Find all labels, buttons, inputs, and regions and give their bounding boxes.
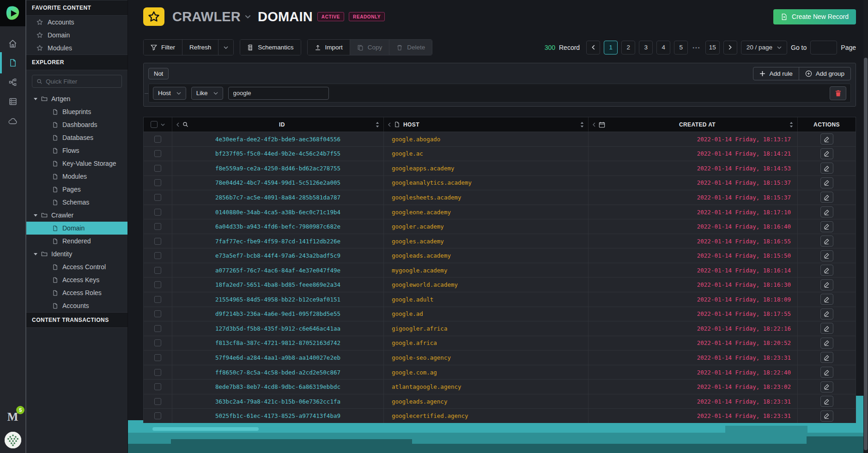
sort-icon[interactable] bbox=[376, 122, 379, 127]
rail-content-button[interactable] bbox=[0, 53, 25, 72]
chevron-left-icon[interactable] bbox=[388, 122, 391, 127]
favorite-toggle-button[interactable] bbox=[143, 7, 164, 26]
edit-record-button[interactable] bbox=[820, 338, 833, 349]
quick-filter[interactable] bbox=[32, 75, 122, 88]
edit-record-button[interactable] bbox=[820, 323, 833, 334]
tree-folder-crawler[interactable]: Crawler bbox=[26, 209, 127, 222]
goto-page-input[interactable] bbox=[810, 41, 837, 54]
sort-icon[interactable] bbox=[580, 122, 584, 127]
row-checkbox[interactable] bbox=[154, 165, 161, 172]
tree-item-dashboards[interactable]: Dashboards bbox=[26, 118, 127, 131]
sidebar-item-modules[interactable]: Modules bbox=[26, 42, 127, 54]
edit-record-button[interactable] bbox=[820, 411, 833, 422]
row-checkbox[interactable] bbox=[154, 223, 161, 230]
tree-item-modules[interactable]: Modules bbox=[26, 170, 127, 183]
tree-item-rendered[interactable]: Rendered bbox=[26, 235, 127, 248]
tree-folder-identity[interactable]: Identity bbox=[26, 248, 127, 260]
row-checkbox[interactable] bbox=[154, 398, 161, 405]
edit-record-button[interactable] bbox=[820, 381, 833, 393]
not-toggle-chip[interactable]: Not bbox=[148, 68, 169, 79]
tree-item-blueprints[interactable]: Blueprints bbox=[26, 105, 127, 118]
add-rule-button[interactable]: Add rule bbox=[753, 67, 799, 80]
tree-item-pages[interactable]: Pages bbox=[26, 183, 127, 196]
row-checkbox[interactable] bbox=[154, 296, 161, 303]
next-page-button[interactable] bbox=[723, 41, 737, 54]
row-checkbox[interactable] bbox=[154, 194, 161, 201]
refresh-options-button[interactable] bbox=[219, 40, 233, 55]
rail-home-button[interactable] bbox=[0, 34, 25, 53]
rail-flows-button[interactable] bbox=[0, 72, 25, 92]
select-all-checkbox[interactable] bbox=[151, 121, 158, 128]
page-button-1[interactable]: 1 bbox=[604, 41, 618, 54]
edit-record-button[interactable] bbox=[820, 352, 833, 363]
edit-record-button[interactable] bbox=[820, 265, 833, 276]
edit-record-button[interactable] bbox=[820, 250, 833, 261]
search-icon[interactable] bbox=[182, 121, 188, 127]
tree-item-key-value-storage[interactable]: Key-Value Storage bbox=[26, 157, 127, 170]
edit-record-button[interactable] bbox=[820, 294, 833, 305]
tree-item-flows[interactable]: Flows bbox=[26, 144, 127, 157]
edit-record-button[interactable] bbox=[820, 177, 833, 188]
page-button-4[interactable]: 4 bbox=[656, 41, 670, 54]
rail-database-button[interactable] bbox=[0, 92, 25, 111]
row-checkbox[interactable] bbox=[154, 136, 161, 143]
row-checkbox[interactable] bbox=[154, 238, 161, 245]
tree-item-schemas[interactable]: Schemas bbox=[26, 196, 127, 209]
edit-record-button[interactable] bbox=[820, 367, 833, 378]
sidebar-item-domain[interactable]: Domain bbox=[26, 29, 127, 42]
row-checkbox[interactable] bbox=[154, 369, 161, 376]
chevron-left-icon[interactable] bbox=[593, 122, 595, 127]
breadcrumb-parent[interactable]: CRAWLER bbox=[172, 9, 241, 24]
row-checkbox[interactable] bbox=[154, 310, 161, 317]
user-avatar[interactable]: M 5 bbox=[7, 411, 18, 423]
tree-folder-artgen[interactable]: Artgen bbox=[26, 92, 127, 105]
tree-item-databases[interactable]: Databases bbox=[26, 131, 127, 144]
tree-item-accounts[interactable]: Accounts bbox=[26, 299, 127, 312]
row-checkbox[interactable] bbox=[154, 325, 161, 332]
row-checkbox[interactable] bbox=[154, 354, 161, 361]
vertical-scrollbar-thumb[interactable] bbox=[864, 58, 868, 450]
tree-item-access-control[interactable]: Access Control bbox=[26, 260, 127, 273]
copy-button[interactable]: Copy bbox=[350, 40, 390, 55]
rule-field-select[interactable]: Host bbox=[153, 87, 186, 100]
identicon-avatar[interactable] bbox=[5, 432, 21, 448]
import-button[interactable]: Import bbox=[308, 40, 350, 55]
edit-record-button[interactable] bbox=[820, 308, 833, 320]
tree-item-access-keys[interactable]: Access Keys bbox=[26, 273, 127, 286]
delete-rule-button[interactable] bbox=[830, 86, 846, 100]
add-group-button[interactable]: Add group bbox=[799, 67, 850, 80]
column-header-host[interactable]: HOST bbox=[384, 117, 589, 132]
page-size-select[interactable]: 20 / page bbox=[741, 41, 787, 54]
chevron-down-icon[interactable] bbox=[245, 15, 251, 18]
row-checkbox[interactable] bbox=[154, 150, 161, 157]
sidebar-item-accounts[interactable]: Accounts bbox=[26, 16, 127, 29]
create-new-record-button[interactable]: Create New Record bbox=[773, 9, 856, 24]
rail-cloud-button[interactable] bbox=[0, 111, 25, 131]
filter-button[interactable]: Filter bbox=[144, 40, 182, 55]
edit-record-button[interactable] bbox=[820, 163, 833, 174]
page-button-5[interactable]: 5 bbox=[674, 41, 688, 54]
column-header-created-at[interactable]: CREATED AT bbox=[589, 117, 798, 132]
row-checkbox[interactable] bbox=[154, 339, 161, 346]
edit-record-button[interactable] bbox=[820, 221, 833, 232]
edit-record-button[interactable] bbox=[820, 192, 833, 203]
page-button-3[interactable]: 3 bbox=[639, 41, 653, 54]
delete-button[interactable]: Delete bbox=[389, 40, 432, 55]
row-checkbox[interactable] bbox=[154, 179, 161, 186]
app-logo[interactable] bbox=[0, 0, 25, 26]
schemantics-button[interactable]: Schemantics bbox=[240, 40, 300, 55]
row-checkbox[interactable] bbox=[154, 281, 161, 288]
edit-record-button[interactable] bbox=[820, 148, 833, 159]
rule-operator-select[interactable]: Like bbox=[191, 87, 223, 100]
vertical-scrollbar[interactable] bbox=[863, 0, 868, 453]
page-button-15[interactable]: 15 bbox=[705, 41, 720, 54]
rule-value-input[interactable] bbox=[228, 87, 329, 100]
row-checkbox[interactable] bbox=[154, 267, 161, 274]
edit-record-button[interactable] bbox=[820, 206, 833, 217]
row-checkbox[interactable] bbox=[154, 252, 161, 259]
refresh-button[interactable]: Refresh bbox=[182, 40, 219, 55]
tree-item-domain[interactable]: Domain bbox=[26, 222, 127, 235]
horizontal-scrollbar-thumb[interactable] bbox=[152, 427, 259, 431]
edit-record-button[interactable] bbox=[820, 279, 833, 290]
row-checkbox[interactable] bbox=[154, 412, 161, 419]
